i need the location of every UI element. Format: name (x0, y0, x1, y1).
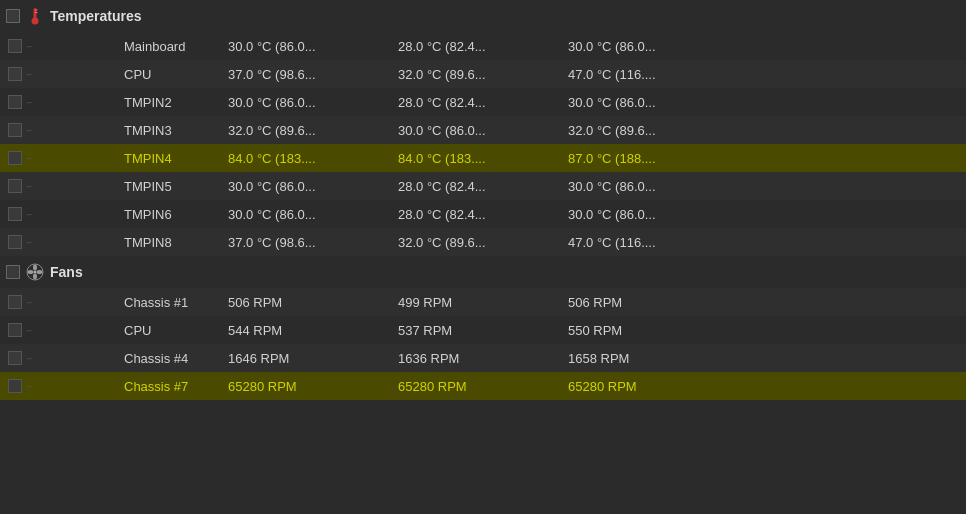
svg-point-1 (32, 18, 39, 25)
row-name: Chassis #1 (120, 295, 220, 310)
tree-dots: ··· (26, 97, 31, 108)
row-checkbox[interactable] (8, 39, 22, 53)
svg-point-5 (34, 271, 37, 274)
section-header-fans[interactable]: Fans (0, 256, 966, 288)
tree-dots: ··· (26, 41, 31, 52)
row-name: Chassis #4 (120, 351, 220, 366)
row-checkbox[interactable] (8, 379, 22, 393)
col-min-val: 65280 RPM (390, 379, 560, 394)
svg-point-6 (33, 265, 37, 271)
row-name: CPU (120, 323, 220, 338)
row-name: TMPIN2 (120, 95, 220, 110)
row-name: Mainboard (120, 39, 220, 54)
col-min-val: 32.0 °C (89.6... (390, 67, 560, 82)
fan-icon (26, 263, 44, 281)
section-label-fans: Fans (50, 264, 83, 280)
col-current-val: 37.0 °C (98.6... (220, 235, 390, 250)
col-current-val: 84.0 °C (183.... (220, 151, 390, 166)
table-row[interactable]: ···TMPIN230.0 °C (86.0...28.0 °C (82.4..… (0, 88, 966, 116)
col-max-val: 47.0 °C (116.... (560, 67, 730, 82)
row-checkbox[interactable] (8, 207, 22, 221)
row-checkbox[interactable] (8, 351, 22, 365)
table-row[interactable]: ···Mainboard30.0 °C (86.0...28.0 °C (82.… (0, 32, 966, 60)
table-row[interactable]: ···Chassis #765280 RPM65280 RPM65280 RPM (0, 372, 966, 400)
col-min-val: 28.0 °C (82.4... (390, 179, 560, 194)
col-min-val: 499 RPM (390, 295, 560, 310)
row-checkbox[interactable] (8, 179, 22, 193)
table-row[interactable]: ···TMPIN837.0 °C (98.6...32.0 °C (89.6..… (0, 228, 966, 256)
col-max-val: 1658 RPM (560, 351, 730, 366)
col-current-val: 30.0 °C (86.0... (220, 179, 390, 194)
tree-dots: ··· (26, 353, 31, 364)
col-current-val: 37.0 °C (98.6... (220, 67, 390, 82)
section-checkbox-temperatures[interactable] (6, 9, 20, 23)
col-min-val: 537 RPM (390, 323, 560, 338)
row-name: Chassis #7 (120, 379, 220, 394)
col-max-val: 65280 RPM (560, 379, 730, 394)
tree-dots: ··· (26, 325, 31, 336)
row-name: TMPIN5 (120, 179, 220, 194)
col-min-val: 28.0 °C (82.4... (390, 207, 560, 222)
col-current-val: 544 RPM (220, 323, 390, 338)
row-checkbox[interactable] (8, 235, 22, 249)
col-min-val: 32.0 °C (89.6... (390, 235, 560, 250)
tree-dots: ··· (26, 69, 31, 80)
tree-dots: ··· (26, 381, 31, 392)
svg-point-9 (28, 270, 34, 274)
row-checkbox[interactable] (8, 95, 22, 109)
row-checkbox[interactable] (8, 151, 22, 165)
table-row[interactable]: ···TMPIN530.0 °C (86.0...28.0 °C (82.4..… (0, 172, 966, 200)
row-name: TMPIN6 (120, 207, 220, 222)
row-checkbox[interactable] (8, 123, 22, 137)
row-name: TMPIN3 (120, 123, 220, 138)
table-row[interactable]: ···CPU37.0 °C (98.6...32.0 °C (89.6...47… (0, 60, 966, 88)
col-max-val: 30.0 °C (86.0... (560, 95, 730, 110)
col-max-val: 550 RPM (560, 323, 730, 338)
tree-container: Temperatures···Mainboard30.0 °C (86.0...… (0, 0, 966, 400)
table-row[interactable]: ···TMPIN630.0 °C (86.0...28.0 °C (82.4..… (0, 200, 966, 228)
thermometer-icon (26, 7, 44, 25)
row-checkbox[interactable] (8, 67, 22, 81)
row-name: TMPIN8 (120, 235, 220, 250)
col-current-val: 30.0 °C (86.0... (220, 207, 390, 222)
svg-point-8 (33, 274, 37, 280)
row-checkbox[interactable] (8, 323, 22, 337)
col-max-val: 87.0 °C (188.... (560, 151, 730, 166)
section-checkbox-fans[interactable] (6, 265, 20, 279)
col-current-val: 32.0 °C (89.6... (220, 123, 390, 138)
col-max-val: 47.0 °C (116.... (560, 235, 730, 250)
col-current-val: 30.0 °C (86.0... (220, 95, 390, 110)
col-min-val: 28.0 °C (82.4... (390, 95, 560, 110)
col-min-val: 1636 RPM (390, 351, 560, 366)
table-row[interactable]: ···TMPIN484.0 °C (183....84.0 °C (183...… (0, 144, 966, 172)
tree-dots: ··· (26, 237, 31, 248)
col-current-val: 30.0 °C (86.0... (220, 39, 390, 54)
tree-dots: ··· (26, 181, 31, 192)
col-max-val: 30.0 °C (86.0... (560, 39, 730, 54)
tree-dots: ··· (26, 209, 31, 220)
col-max-val: 506 RPM (560, 295, 730, 310)
col-max-val: 32.0 °C (89.6... (560, 123, 730, 138)
table-row[interactable]: ···CPU544 RPM537 RPM550 RPM (0, 316, 966, 344)
svg-point-7 (37, 270, 43, 274)
col-min-val: 28.0 °C (82.4... (390, 39, 560, 54)
table-row[interactable]: ···Chassis #1506 RPM499 RPM506 RPM (0, 288, 966, 316)
section-label-temperatures: Temperatures (50, 8, 142, 24)
col-current-val: 1646 RPM (220, 351, 390, 366)
table-row[interactable]: ···Chassis #41646 RPM1636 RPM1658 RPM (0, 344, 966, 372)
col-max-val: 30.0 °C (86.0... (560, 207, 730, 222)
table-row[interactable]: ···TMPIN332.0 °C (89.6...30.0 °C (86.0..… (0, 116, 966, 144)
section-header-temperatures[interactable]: Temperatures (0, 0, 966, 32)
row-name: CPU (120, 67, 220, 82)
col-current-val: 65280 RPM (220, 379, 390, 394)
col-max-val: 30.0 °C (86.0... (560, 179, 730, 194)
row-name: TMPIN4 (120, 151, 220, 166)
col-min-val: 30.0 °C (86.0... (390, 123, 560, 138)
col-min-val: 84.0 °C (183.... (390, 151, 560, 166)
tree-dots: ··· (26, 297, 31, 308)
row-checkbox[interactable] (8, 295, 22, 309)
col-current-val: 506 RPM (220, 295, 390, 310)
tree-dots: ··· (26, 153, 31, 164)
tree-dots: ··· (26, 125, 31, 136)
